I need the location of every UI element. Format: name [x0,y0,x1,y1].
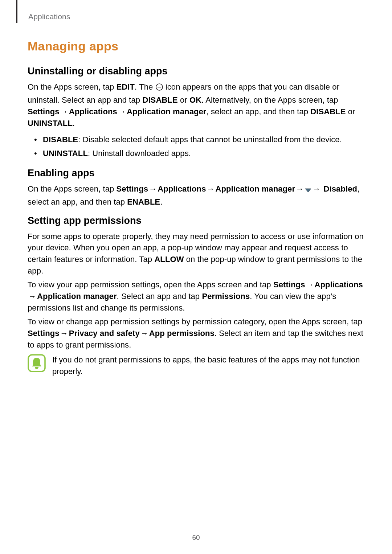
dropdown-triangle-icon [305,185,312,196]
page: Applications Managing apps Uninstalling … [0,0,392,554]
text: On the Apps screen, tap [28,82,117,91]
minus-circle-icon [155,83,163,94]
arrow-icon: → [148,183,158,195]
label-enable: ENABLE [127,197,160,206]
arrow-icon: → [295,183,305,195]
text: or [178,95,189,104]
label-privacy: Privacy and safety [69,329,140,338]
label-disabled: Disabled [324,184,358,193]
text: : Uninstall downloaded apps. [88,149,191,158]
text: To view your app permission settings, op… [28,280,273,289]
para-perm-2: To view your app permission settings, op… [28,279,364,314]
arrow-icon: → [206,183,215,195]
text: or [346,107,355,116]
para-perm-3: To view or change app permission setting… [28,316,364,351]
arrow-icon: → [305,279,314,291]
para-perm-1: For some apps to operate properly, they … [28,231,364,277]
section-uninstall: Uninstalling or disabling apps On the Ap… [28,66,364,160]
text: . Alternatively, on the Apps screen, tap [201,95,338,104]
heading-enable: Enabling apps [28,168,364,179]
label-app-manager: Application manager [216,184,295,193]
section-label: Applications [28,12,364,21]
label-applications: Applications [69,107,117,116]
label-settings: Settings [28,329,60,338]
label-applications: Applications [158,184,206,193]
label-allow: ALLOW [154,255,184,264]
label-settings: Settings [28,107,60,116]
section-permissions: Setting app permissions For some apps to… [28,215,364,378]
svg-marker-2 [305,189,311,192]
header-rule [16,0,17,23]
arrow-icon: → [140,328,149,339]
text: On the Apps screen, tap [28,184,117,193]
section-enable: Enabling apps On the Apps screen, tap Se… [28,168,364,208]
arrow-icon: → [117,106,127,118]
note-text: If you do not grant permissions to apps,… [52,354,364,377]
list-item: UNINSTALL: Uninstall downloaded apps. [28,147,364,160]
heading-permissions: Setting app permissions [28,215,364,226]
para-uninstall: On the Apps screen, tap EDIT. The icon a… [28,81,364,129]
label-app-manager: Application manager [127,107,207,116]
label-edit: EDIT [117,82,135,91]
term: UNINSTALL [43,149,88,158]
label-ok: OK [189,95,201,104]
arrow-icon: → [28,291,37,302]
label-settings: Settings [273,280,305,289]
bullet-list: DISABLE: Disable selected default apps t… [28,134,364,160]
label-app-permissions: App permissions [149,329,215,338]
arrow-icon: → [312,183,321,195]
label-applications: Applications [315,280,363,289]
note-block: If you do not grant permissions to apps,… [28,354,364,377]
label-settings: Settings [117,184,148,193]
heading-uninstall: Uninstalling or disabling apps [28,66,364,77]
para-enable: On the Apps screen, tap Settings→Applica… [28,183,364,208]
page-number: 60 [0,534,392,542]
text: . [73,119,75,128]
label-uninstall: UNINSTALL [28,119,73,128]
text: . Select an app and tap [117,292,202,301]
list-item: DISABLE: Disable selected default apps t… [28,134,364,146]
arrow-icon: → [60,106,69,118]
text: : Disable selected default apps that can… [78,135,342,144]
label-disable: DISABLE [142,95,177,104]
page-title: Managing apps [28,39,364,53]
arrow-icon: → [60,328,69,339]
label-app-manager: Application manager [37,292,117,301]
text: . [160,197,162,206]
text: , select an app, and then tap [207,107,311,116]
term: DISABLE [43,135,78,144]
label-disable: DISABLE [310,107,346,116]
label-permissions: Permissions [202,292,250,301]
text: To view or change app permission setting… [28,317,362,326]
note-bell-icon [28,354,46,374]
text: . The [135,82,155,91]
